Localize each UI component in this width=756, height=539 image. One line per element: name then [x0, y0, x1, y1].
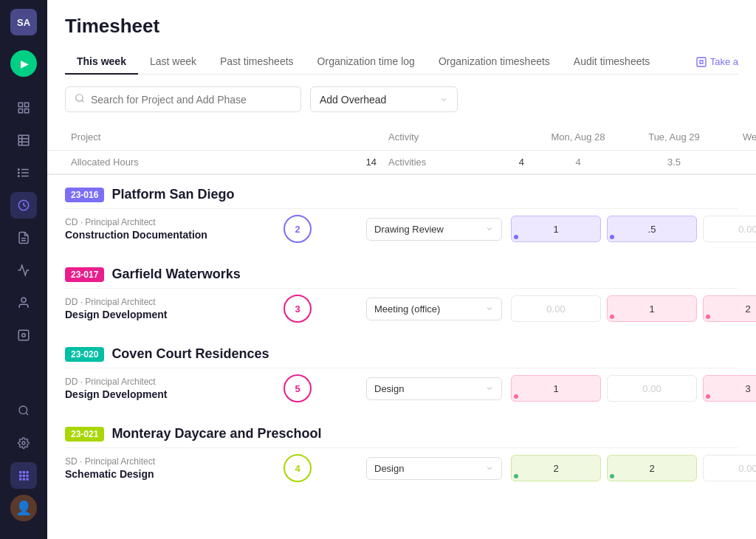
chevron-down-icon — [485, 384, 494, 393]
svg-point-21 — [22, 442, 25, 444]
time-cell-wed[interactable]: 0.00 — [703, 455, 756, 481]
time-value: 2 — [745, 303, 750, 315]
sidebar-item-grid-active[interactable] — [10, 462, 37, 489]
sidebar-item-analytics[interactable] — [10, 257, 37, 284]
timesheet-table: Project Activity Mon, Aug 28 Tue, Aug 29… — [47, 124, 756, 539]
user-avatar[interactable]: 👤 — [10, 495, 37, 521]
time-cell-wed[interactable]: 0.00 — [703, 216, 756, 242]
sidebar-item-search[interactable] — [10, 397, 37, 424]
page-title: Timesheet — [65, 15, 738, 38]
sidebar-item-table[interactable] — [10, 127, 37, 154]
tab-org-time-log[interactable]: Organization time log — [306, 49, 427, 75]
time-cell-wed[interactable]: 2 — [703, 295, 756, 322]
activity-dropdown[interactable]: Meeting (office) — [366, 298, 502, 320]
col-activity: Activity — [382, 124, 530, 150]
tab-past-timesheets[interactable]: Past timesheets — [208, 49, 306, 75]
time-cell-mon[interactable]: 1 — [511, 375, 601, 402]
sidebar-item-timesheet[interactable] — [10, 192, 37, 219]
phase-name: Design Development — [65, 309, 235, 320]
sidebar-item-people[interactable] — [10, 289, 37, 316]
svg-rect-26 — [23, 475, 25, 477]
activity-dropdown[interactable]: Design — [366, 377, 502, 400]
tab-audit-timesheets[interactable]: Audit timesheets — [562, 49, 662, 75]
activity-label: Drawing Review — [374, 224, 444, 235]
tab-this-week[interactable]: This week — [65, 49, 138, 75]
time-cell-mon[interactable]: 2 — [511, 455, 601, 481]
chevron-down-icon — [485, 304, 494, 313]
chevron-down-icon — [485, 224, 494, 233]
time-value: 1 — [553, 224, 558, 235]
allocated-activities: Activities 4 — [382, 151, 530, 174]
phase-hours-circle: 4 — [284, 454, 312, 482]
header: Timesheet This week Last week Past times… — [47, 0, 756, 75]
project-name-23-021: Monteray Daycare and Preschool — [111, 426, 321, 442]
phase-info-23-016-0: CD · Principal ArchitectConstruction Doc… — [65, 217, 235, 241]
time-dot-indicator — [706, 315, 710, 319]
allocated-wed: 5 — [722, 151, 756, 174]
time-value: 0.00 — [546, 303, 565, 315]
time-dot-indicator — [610, 235, 614, 239]
activity-label: Design — [374, 383, 404, 394]
phase-meta: SD · Principal Architect — [65, 456, 235, 467]
activity-dropdown[interactable]: Design — [366, 457, 502, 480]
time-value: 0.00 — [738, 463, 756, 474]
sidebar-item-settings[interactable] — [10, 430, 37, 456]
project-section-23-017: 23-017Garfield WaterworksDD · Principal … — [65, 255, 738, 329]
phase-row-23-017-0: DD · Principal ArchitectDesign Developme… — [65, 288, 738, 329]
phase-row-23-016-0: CD · Principal ArchitectConstruction Doc… — [65, 208, 738, 249]
take-a-link[interactable]: Take a — [695, 56, 738, 68]
sidebar-item-list[interactable] — [10, 159, 37, 186]
col-mon: Mon, Aug 28 — [530, 124, 626, 150]
project-header-23-017: 23-017Garfield Waterworks — [65, 255, 738, 288]
sidebar-item-camera[interactable] — [10, 322, 37, 349]
search-box[interactable] — [65, 86, 301, 112]
svg-rect-29 — [23, 478, 25, 480]
search-input[interactable] — [91, 94, 292, 106]
time-value: 0.00 — [738, 224, 756, 235]
toolbar: Add Overhead — [47, 75, 756, 124]
activity-label: Design — [374, 463, 404, 474]
time-dot-indicator — [610, 474, 614, 478]
time-dot-indicator — [514, 235, 518, 239]
project-name-23-017: Garfield Waterworks — [111, 267, 240, 282]
allocated-total: 14 — [366, 157, 377, 168]
play-timer-button[interactable] — [10, 50, 37, 77]
time-cell-tue[interactable]: 0.00 — [607, 375, 697, 402]
time-dot-indicator — [610, 315, 614, 319]
activity-label: Meeting (office) — [374, 303, 440, 315]
svg-line-33 — [82, 100, 84, 103]
project-section-23-020: 23-020Coven Court ResidencesDD · Princip… — [65, 334, 738, 408]
svg-rect-3 — [25, 109, 29, 113]
time-cell-tue[interactable]: 1 — [607, 295, 697, 322]
phase-hours-circle: 5 — [284, 374, 312, 402]
time-cell-mon[interactable]: 1 — [511, 216, 601, 242]
sidebar-item-reports[interactable] — [10, 224, 37, 251]
tab-org-timesheets[interactable]: Organization timesheets — [427, 49, 562, 75]
phase-info-23-021-0: SD · Principal ArchitectSchematic Design — [65, 456, 235, 480]
chevron-down-icon — [439, 95, 448, 104]
activity-dropdown[interactable]: Drawing Review — [366, 218, 502, 241]
overhead-label: Add Overhead — [320, 94, 386, 106]
project-header-23-016: 23-016Platform San Diego — [65, 175, 738, 208]
activities-count: 4 — [519, 157, 524, 168]
svg-point-17 — [21, 298, 26, 302]
sidebar-item-dashboard[interactable] — [10, 95, 37, 121]
time-value: .5 — [648, 224, 656, 235]
svg-point-19 — [19, 406, 27, 414]
phase-row-23-021-0: SD · Principal ArchitectSchematic Design… — [65, 447, 738, 488]
tab-last-week[interactable]: Last week — [138, 49, 208, 75]
time-dot-indicator — [706, 394, 710, 399]
phase-name: Construction Documentation — [65, 229, 235, 241]
time-cell-mon[interactable]: 0.00 — [511, 295, 601, 322]
allocated-mon: 4 — [530, 151, 626, 174]
phase-info-23-017-0: DD · Principal ArchitectDesign Developme… — [65, 297, 235, 320]
time-cell-tue[interactable]: .5 — [607, 216, 697, 242]
tab-bar: This week Last week Past timesheets Orga… — [65, 49, 738, 75]
svg-rect-28 — [19, 478, 21, 480]
time-cell-wed[interactable]: 3 — [703, 375, 756, 402]
time-cell-tue[interactable]: 2 — [607, 455, 697, 481]
phase-info-23-020-0: DD · Principal ArchitectDesign Developme… — [65, 377, 235, 400]
overhead-select[interactable]: Add Overhead — [310, 86, 458, 112]
svg-rect-23 — [23, 471, 25, 473]
main-content: Timesheet This week Last week Past times… — [47, 0, 756, 539]
